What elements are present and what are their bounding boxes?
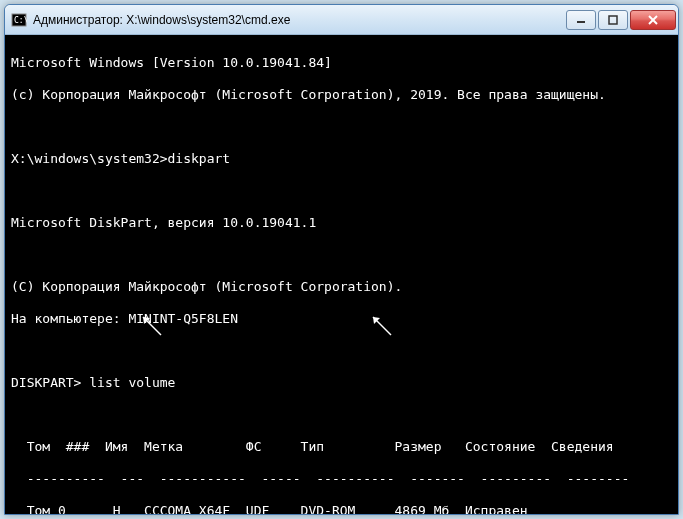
titlebar[interactable]: C:\ Администратор: X:\windows\system32\c…	[5, 5, 678, 35]
table-header: Том ### Имя Метка ФС Тип Размер Состояни…	[11, 439, 672, 455]
command-text: list volume	[89, 375, 175, 390]
blank-line	[11, 247, 672, 263]
prompt-prefix: X:\windows\system32>	[11, 151, 168, 166]
console-output[interactable]: Microsoft Windows [Version 10.0.19041.84…	[5, 35, 678, 514]
table-row: Том 0 H CCCOMA_X64F UDF DVD-ROM 4869 Mб …	[11, 503, 672, 514]
svg-text:C:\: C:\	[14, 16, 27, 25]
table-body: Том 0 H CCCOMA_X64F UDF DVD-ROM 4869 Mб …	[11, 503, 672, 514]
close-button[interactable]	[630, 10, 676, 30]
blank-line	[11, 119, 672, 135]
svg-rect-3	[609, 16, 617, 24]
banner-line: (c) Корпорация Майкрософт (Microsoft Cor…	[11, 87, 672, 103]
window-title: Администратор: X:\windows\system32\cmd.e…	[33, 13, 564, 27]
prompt-prefix: DISKPART>	[11, 375, 89, 390]
maximize-button[interactable]	[598, 10, 628, 30]
diskpart-banner: На компьютере: MININT-Q5F8LEN	[11, 311, 672, 327]
command-text: diskpart	[168, 151, 231, 166]
banner-line: Microsoft Windows [Version 10.0.19041.84…	[11, 55, 672, 71]
blank-line	[11, 183, 672, 199]
prompt-line: X:\windows\system32>diskpart	[11, 151, 672, 167]
minimize-button[interactable]	[566, 10, 596, 30]
table-separator: ---------- --- ----------- ----- -------…	[11, 471, 672, 487]
diskpart-banner: (C) Корпорация Майкрософт (Microsoft Cor…	[11, 279, 672, 295]
blank-line	[11, 343, 672, 359]
diskpart-banner: Microsoft DiskPart, версия 10.0.19041.1	[11, 215, 672, 231]
diskpart-prompt: DISKPART> list volume	[11, 375, 672, 391]
cmd-window: C:\ Администратор: X:\windows\system32\c…	[4, 4, 679, 515]
window-controls	[564, 10, 676, 30]
cmd-icon: C:\	[11, 12, 27, 28]
blank-line	[11, 407, 672, 423]
